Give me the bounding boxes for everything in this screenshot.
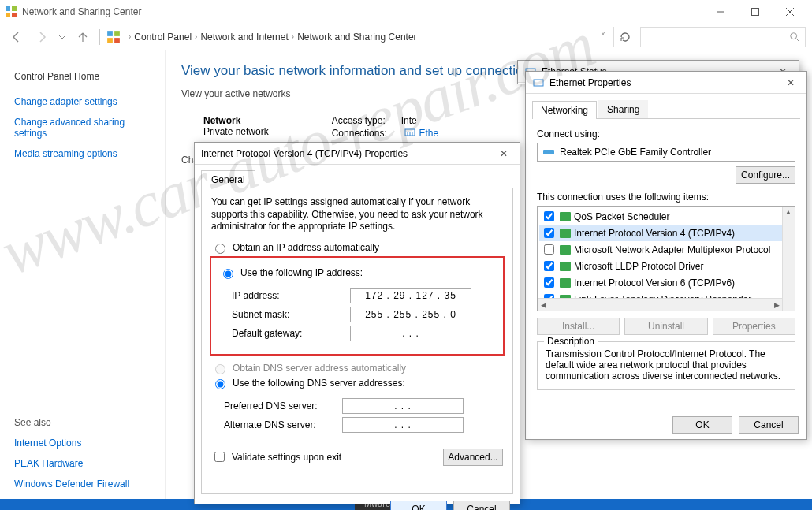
up-button[interactable] (73, 27, 93, 47)
refresh-button[interactable] (613, 27, 635, 47)
sidebar-item-advanced-sharing[interactable]: Change advanced sharing settings (14, 117, 151, 139)
svg-rect-10 (107, 38, 113, 43)
radio-auto-dns-label: Obtain DNS server address automatically (233, 363, 406, 374)
ok-button[interactable]: OK (390, 501, 447, 510)
cancel-button[interactable]: Cancel (453, 501, 510, 510)
connections-label: Connections: (332, 128, 401, 139)
cancel-button[interactable]: Cancel (739, 416, 799, 434)
item-checkbox[interactable] (544, 228, 554, 238)
ip-address-field[interactable]: 172 . 29 . 127 . 35 (350, 288, 471, 303)
item-checkbox[interactable] (544, 277, 554, 288)
protocol-icon (560, 245, 571, 255)
radio-auto-ip-label: Obtain an IP address automatically (233, 242, 379, 253)
chevron-right-icon: › (129, 32, 131, 41)
configure-button[interactable]: Configure... (736, 166, 795, 184)
gateway-field[interactable]: . . . (350, 326, 471, 341)
close-button[interactable] (773, 1, 807, 23)
scrollbar-horizontal[interactable]: ◀▶ (538, 298, 782, 311)
connection-items-list[interactable]: QoS Packet SchedulerInternet Protocol Ve… (537, 206, 795, 311)
protocol-icon (560, 278, 571, 288)
protocol-icon (560, 229, 571, 238)
close-icon[interactable]: ✕ (781, 73, 800, 92)
install-button[interactable]: Install... (537, 318, 620, 335)
item-checkbox[interactable] (544, 244, 554, 255)
see-also-label: See also (14, 417, 151, 428)
access-type-value: Inte (401, 115, 417, 126)
protocol-icon (560, 262, 571, 271)
svg-rect-11 (114, 38, 120, 43)
alternate-dns-field[interactable]: . . . (342, 417, 464, 433)
advanced-button[interactable]: Advanced... (443, 449, 503, 466)
tab-general[interactable]: General (201, 170, 255, 188)
validate-checkbox-label[interactable]: Validate settings upon exit (211, 449, 341, 464)
uninstall-button[interactable]: Uninstall (624, 318, 707, 335)
scrollbar-vertical[interactable]: ▲ (782, 207, 795, 311)
highlighted-ip-section: Use the following IP address: IP address… (210, 256, 505, 356)
description-text: Transmission Control Protocol/Internet P… (546, 348, 787, 382)
search-input[interactable] (640, 27, 806, 47)
alternate-dns-label: Alternate DNS server: (224, 419, 342, 430)
radio-auto-dns (215, 364, 225, 374)
description-label: Description (544, 336, 598, 347)
breadcrumb: › Control Panel › Network and Internet ›… (125, 32, 609, 43)
item-label: QoS Packet Scheduler (574, 211, 669, 222)
svg-rect-5 (752, 9, 759, 16)
connection-link[interactable]: Ethe (419, 128, 438, 139)
back-button[interactable] (6, 27, 27, 47)
window-title: Network and Sharing Center (22, 6, 703, 17)
item-checkbox[interactable] (544, 261, 554, 271)
dialog-title: Internet Protocol Version 4 (TCP/IPv4) P… (201, 148, 494, 159)
crumb-control-panel[interactable]: Control Panel (134, 32, 192, 43)
list-item[interactable]: Internet Protocol Version 6 (TCP/IPv6) (539, 274, 793, 291)
list-item[interactable]: Microsoft Network Adapter Multiplexor Pr… (539, 241, 793, 258)
see-also-internet-options[interactable]: Internet Options (14, 437, 151, 449)
preferred-dns-field[interactable]: . . . (342, 398, 464, 414)
minimize-button[interactable] (703, 1, 738, 23)
adapter-field: Realtek PCIe GbE Family Controller (537, 143, 795, 162)
svg-rect-8 (107, 31, 113, 36)
ok-button[interactable]: OK (672, 416, 732, 434)
svg-rect-19 (534, 80, 543, 86)
item-checkbox[interactable] (544, 211, 554, 221)
item-checkbox[interactable] (544, 311, 554, 311)
gateway-label: Default gateway: (232, 328, 350, 339)
radio-auto-ip[interactable] (215, 244, 225, 254)
item-label: Microsoft LLDP Protocol Driver (574, 261, 704, 272)
location-icon (106, 30, 121, 44)
search-icon (789, 32, 800, 43)
radio-static-dns[interactable] (215, 379, 225, 389)
subnet-mask-field[interactable]: 255 . 255 . 255 . 0 (350, 307, 471, 322)
navigation-bar: › Control Panel › Network and Internet ›… (0, 24, 812, 50)
network-name: Network (203, 115, 269, 126)
svg-point-12 (791, 32, 797, 39)
see-also-defender-firewall[interactable]: Windows Defender Firewall (14, 478, 151, 490)
list-item[interactable]: Internet Protocol Version 4 (TCP/IPv4) (539, 225, 793, 241)
close-icon[interactable]: ✕ (494, 144, 513, 163)
protocol-icon (560, 311, 571, 312)
svg-rect-3 (12, 13, 17, 17)
radio-static-dns-label: Use the following DNS server addresses: (233, 378, 405, 389)
sidebar-item-adapter-settings[interactable]: Change adapter settings (14, 96, 151, 107)
sidebar-item-media-streaming[interactable]: Media streaming options (14, 148, 151, 159)
properties-button[interactable]: Properties (713, 318, 795, 335)
tab-networking[interactable]: Networking (532, 101, 597, 119)
control-panel-home[interactable]: Control Panel Home (14, 71, 151, 82)
validate-checkbox[interactable] (214, 452, 225, 462)
ip-address-label: IP address: (232, 290, 350, 301)
list-item[interactable]: QoS Packet Scheduler (539, 208, 793, 225)
crumb-sharing-center[interactable]: Network and Sharing Center (297, 32, 416, 43)
maximize-button[interactable] (738, 1, 773, 23)
crumb-network-internet[interactable]: Network and Internet (200, 32, 288, 43)
chevron-right-icon: › (292, 32, 294, 41)
ipv4-description: You can get IP settings assigned automat… (211, 196, 503, 233)
forward-button[interactable] (32, 27, 52, 47)
recent-dropdown[interactable] (57, 27, 68, 47)
radio-static-ip-label: Use the following IP address: (240, 267, 363, 278)
see-also-peak-hardware[interactable]: PEAK Hardware (14, 458, 151, 469)
list-item[interactable]: Microsoft LLDP Protocol Driver (539, 258, 793, 274)
svg-rect-2 (6, 13, 10, 17)
tab-sharing[interactable]: Sharing (598, 100, 648, 118)
radio-static-ip[interactable] (223, 269, 233, 279)
breadcrumb-dropdown[interactable]: ˅ (601, 32, 605, 43)
ethernet-properties-dialog: Ethernet Properties ✕ Networking Sharing… (525, 71, 807, 440)
